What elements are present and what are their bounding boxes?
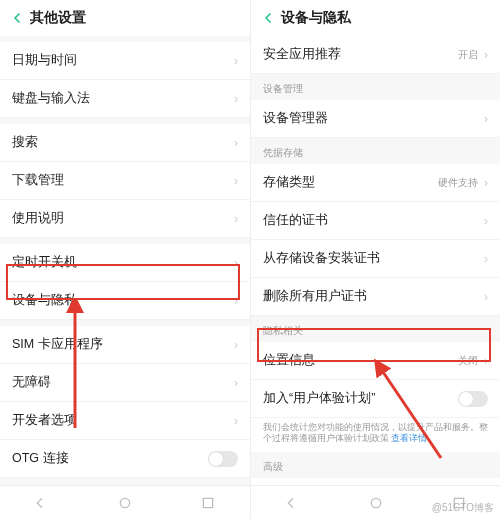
nav-home-icon[interactable] — [83, 486, 166, 519]
toggle[interactable] — [458, 391, 488, 407]
row-trustedcerts[interactable]: 信任的证书› — [251, 202, 500, 240]
chevron-right-icon: › — [234, 92, 238, 106]
chevron-right-icon: › — [234, 414, 238, 428]
row-label: 下载管理 — [12, 172, 234, 189]
row-label: 设备管理器 — [263, 110, 484, 127]
section-label: 隐私相关 — [251, 316, 500, 342]
row-otg[interactable]: OTG 连接 — [0, 440, 250, 478]
row-label: 位置信息 — [263, 352, 458, 369]
row-sim[interactable]: SIM 卡应用程序› — [0, 326, 250, 364]
row-label: 搜索 — [12, 134, 234, 151]
row-download[interactable]: 下载管理› — [0, 162, 250, 200]
row-uxplan[interactable]: 加入“用户体验计划” — [251, 380, 500, 418]
watermark: @51CTO博客 — [432, 501, 494, 515]
note-text: 10 分钟未使用，将自动关闭。 — [0, 478, 250, 485]
row-search[interactable]: 搜索› — [0, 124, 250, 162]
chevron-right-icon: › — [234, 212, 238, 226]
chevron-right-icon: › — [484, 176, 488, 190]
row-label: SIM 卡应用程序 — [12, 336, 234, 353]
chevron-right-icon: › — [484, 354, 488, 368]
row-a11y[interactable]: 无障碍› — [0, 364, 250, 402]
row-label: 从存储设备安装证书 — [263, 250, 484, 267]
left-title: 其他设置 — [30, 9, 86, 27]
row-value: 关闭 — [458, 354, 478, 368]
chevron-right-icon: › — [234, 136, 238, 150]
row-help[interactable]: 使用说明› — [0, 200, 250, 238]
row-label: 信任的证书 — [263, 212, 484, 229]
row-appsuggest[interactable]: 安全应用推荐开启› — [251, 36, 500, 74]
right-header: 设备与隐私 — [251, 0, 500, 36]
nav-recents-icon[interactable] — [167, 486, 250, 519]
left-navbar — [0, 485, 250, 519]
view-details-link[interactable]: 查看详情 — [391, 433, 427, 443]
row-value: 硬件支持 — [438, 176, 478, 190]
back-icon[interactable] — [8, 9, 26, 27]
row-label: 安全应用推荐 — [263, 46, 458, 63]
row-label: 加入“用户体验计划” — [263, 390, 458, 407]
left-header: 其他设置 — [0, 0, 250, 36]
nav-back-icon[interactable] — [0, 486, 83, 519]
chevron-right-icon: › — [484, 214, 488, 228]
svg-point-3 — [371, 498, 380, 507]
row-label: OTG 连接 — [12, 450, 208, 467]
row-installcert[interactable]: 从存储设备安装证书› — [251, 240, 500, 278]
row-label: 键盘与输入法 — [12, 90, 234, 107]
row-dev[interactable]: 开发者选项› — [0, 402, 250, 440]
row-privacy[interactable]: 设备与隐私› — [0, 282, 250, 320]
chevron-right-icon: › — [234, 54, 238, 68]
row-storetype[interactable]: 存储类型硬件支持› — [251, 164, 500, 202]
svg-rect-1 — [204, 498, 213, 507]
chevron-right-icon: › — [234, 294, 238, 308]
right-list: 安全应用推荐开启›设备管理设备管理器›凭据存储存储类型硬件支持›信任的证书›从存… — [251, 36, 500, 485]
left-pane: 其他设置 日期与时间›键盘与输入法›搜索›下载管理›使用说明›定时开关机›设备与… — [0, 0, 250, 519]
row-label: 无障碍 — [12, 374, 234, 391]
right-title: 设备与隐私 — [281, 9, 351, 27]
nav-back-icon[interactable] — [251, 486, 334, 519]
chevron-right-icon: › — [484, 252, 488, 266]
svg-point-0 — [120, 498, 129, 507]
chevron-right-icon: › — [234, 174, 238, 188]
section-label: 设备管理 — [251, 74, 500, 100]
row-timer[interactable]: 定时开关机› — [0, 244, 250, 282]
row-label: 存储类型 — [263, 174, 438, 191]
row-keyboard[interactable]: 键盘与输入法› — [0, 80, 250, 118]
chevron-right-icon: › — [234, 376, 238, 390]
section-label: 凭据存储 — [251, 138, 500, 164]
row-value: 开启 — [458, 48, 478, 62]
row-clearcerts[interactable]: 删除所有用户证书› — [251, 278, 500, 316]
row-location[interactable]: 位置信息关闭› — [251, 342, 500, 380]
toggle[interactable] — [208, 451, 238, 467]
row-label: 开发者选项 — [12, 412, 234, 429]
row-label: 日期与时间 — [12, 52, 234, 69]
chevron-right-icon: › — [484, 290, 488, 304]
chevron-right-icon: › — [484, 112, 488, 126]
row-datetime[interactable]: 日期与时间› — [0, 42, 250, 80]
row-label: 使用说明 — [12, 210, 234, 227]
nav-home-icon[interactable] — [334, 486, 417, 519]
row-proxy[interactable]: 信任的代理查看或停用信任的代理› — [251, 478, 500, 485]
row-devadmin[interactable]: 设备管理器› — [251, 100, 500, 138]
row-label: 定时开关机 — [12, 254, 234, 271]
right-pane: 设备与隐私 安全应用推荐开启›设备管理设备管理器›凭据存储存储类型硬件支持›信任… — [250, 0, 500, 519]
description-text: 我们会统计您对功能的使用情况，以提升产品和服务。整个过程将遵循用户体验计划政策 … — [251, 418, 500, 452]
chevron-right-icon: › — [484, 48, 488, 62]
chevron-right-icon: › — [234, 256, 238, 270]
back-icon[interactable] — [259, 9, 277, 27]
left-list: 日期与时间›键盘与输入法›搜索›下载管理›使用说明›定时开关机›设备与隐私›SI… — [0, 36, 250, 485]
row-label: 设备与隐私 — [12, 292, 234, 309]
row-label: 删除所有用户证书 — [263, 288, 484, 305]
section-label: 高级 — [251, 452, 500, 478]
chevron-right-icon: › — [234, 338, 238, 352]
